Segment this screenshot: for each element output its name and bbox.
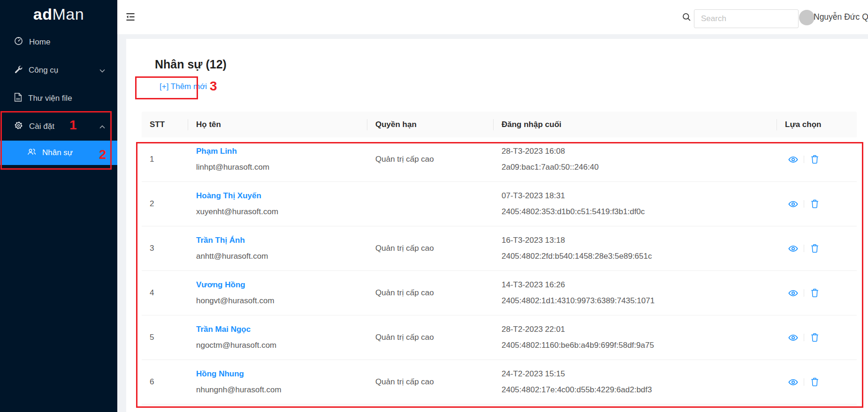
team-icon bbox=[27, 148, 36, 158]
app-logo[interactable]: adMan bbox=[0, 0, 117, 28]
page-title: Nhân sự (12) bbox=[155, 58, 227, 71]
last-login-cell: 28-T3-2023 16:08 2a09:bac1:7aa0:50::246:… bbox=[494, 145, 777, 174]
view-eye-icon[interactable] bbox=[788, 333, 798, 343]
row-actions bbox=[777, 244, 857, 254]
person-email: ngoctm@hurasoft.com bbox=[196, 339, 359, 352]
sidebar-item-home[interactable]: Home bbox=[0, 28, 117, 56]
view-eye-icon[interactable] bbox=[788, 244, 798, 254]
person-role: Quản trị cấp cao bbox=[367, 242, 494, 255]
last-login-ip: 2405:4802:353:d1b0:c51:5419:f3b1:df0c bbox=[502, 206, 769, 218]
person-email: anhtt@hurasoft.com bbox=[196, 250, 359, 262]
table-row: 1 Phạm Linh linhpt@hurasoft.com Quản trị… bbox=[142, 137, 857, 182]
content-panel: Nhân sự (12) [+] Thêm mới STT Họ tên Quy… bbox=[126, 39, 868, 412]
avatar[interactable] bbox=[799, 10, 815, 25]
sidebar-item-cong-cu[interactable]: Công cụ bbox=[0, 56, 117, 84]
delete-trash-icon[interactable] bbox=[810, 155, 820, 165]
add-new-button[interactable]: [+] Thêm mới bbox=[160, 82, 207, 91]
last-login-date: 28-T2-2023 22:01 bbox=[502, 323, 769, 336]
row-index: 6 bbox=[142, 376, 188, 388]
column-header-lua-chon: Lựa chọn bbox=[777, 112, 857, 137]
delete-trash-icon[interactable] bbox=[810, 244, 820, 254]
person-name-link[interactable]: Trần Mai Ngọc bbox=[196, 323, 359, 336]
sidebar-item-nhan-su-active[interactable]: Nhân sự bbox=[0, 141, 117, 165]
sidebar-item-thu-vien-file[interactable]: Thư viện file bbox=[0, 84, 117, 112]
person-cell: Phạm Linh linhpt@hurasoft.com bbox=[188, 145, 367, 174]
person-email: linhpt@hurasoft.com bbox=[196, 161, 359, 173]
sidebar-item-label: Thư viện file bbox=[28, 94, 72, 103]
row-actions bbox=[777, 377, 857, 387]
logo-text-bold: ad bbox=[33, 5, 53, 23]
person-name-link[interactable]: Vương Hồng bbox=[196, 279, 359, 291]
sidebar: adMan Home Công cụ Thư viện file bbox=[0, 0, 117, 412]
search-input[interactable] bbox=[694, 9, 799, 28]
person-cell: Vương Hồng hongvt@hurasoft.com bbox=[188, 279, 367, 307]
last-login-date: 07-T3-2023 18:31 bbox=[502, 190, 769, 202]
last-login-ip: 2405:4802:1160:be6b:a4b9:699f:58df:9a75 bbox=[502, 339, 769, 352]
row-index: 5 bbox=[142, 331, 188, 344]
sidebar-item-cai-dat[interactable]: Cài đặt bbox=[0, 112, 117, 141]
delete-trash-icon[interactable] bbox=[810, 333, 820, 343]
row-actions bbox=[777, 288, 857, 298]
row-actions bbox=[777, 155, 857, 165]
sidebar-item-label: Home bbox=[29, 37, 50, 47]
person-name-link[interactable]: Trần Thị Ánh bbox=[196, 234, 359, 247]
personnel-table: STT Họ tên Quyền hạn Đăng nhập cuối Lựa … bbox=[142, 112, 857, 405]
last-login-cell: 16-T3-2023 13:18 2405:4802:2fd:b540:1458… bbox=[494, 234, 777, 263]
gear-icon bbox=[14, 121, 23, 132]
person-name-link[interactable]: Hoàng Thị Xuyến bbox=[196, 190, 359, 202]
tool-icon bbox=[14, 65, 23, 76]
last-login-date: 24-T2-2023 15:15 bbox=[502, 368, 769, 380]
file-icon bbox=[14, 93, 22, 104]
row-index: 1 bbox=[142, 153, 188, 165]
table-row: 6 Hồng Nhung nhungnh@hurasoft.com Quản t… bbox=[142, 360, 857, 405]
row-index: 2 bbox=[142, 198, 188, 210]
person-cell: Hồng Nhung nhungnh@hurasoft.com bbox=[188, 368, 367, 397]
action-divider bbox=[804, 156, 804, 163]
view-eye-icon[interactable] bbox=[788, 155, 798, 165]
view-eye-icon[interactable] bbox=[788, 199, 798, 209]
sidebar-item-label: Nhân sự bbox=[42, 148, 73, 157]
action-divider bbox=[804, 334, 804, 341]
view-eye-icon[interactable] bbox=[788, 377, 798, 387]
delete-trash-icon[interactable] bbox=[810, 377, 820, 387]
last-login-cell: 28-T2-2023 22:01 2405:4802:1160:be6b:a4b… bbox=[494, 323, 777, 352]
person-name-link[interactable]: Hồng Nhung bbox=[196, 368, 359, 380]
last-login-date: 16-T3-2023 13:18 bbox=[502, 234, 769, 247]
chevron-up-icon bbox=[99, 122, 105, 131]
person-role: Quản trị cấp cao bbox=[367, 153, 494, 165]
person-name-link[interactable]: Phạm Linh bbox=[196, 145, 359, 157]
last-login-cell: 14-T3-2023 16:26 2405:4802:1d1:4310:9973… bbox=[494, 279, 777, 307]
last-login-date: 28-T3-2023 16:08 bbox=[502, 145, 769, 157]
view-eye-icon[interactable] bbox=[788, 288, 798, 298]
action-divider bbox=[804, 200, 804, 208]
table-header-row: STT Họ tên Quyền hạn Đăng nhập cuối Lựa … bbox=[142, 112, 857, 137]
search-icon[interactable] bbox=[682, 13, 691, 23]
row-actions bbox=[777, 333, 857, 343]
user-name[interactable]: Nguyễn Đức Qu bbox=[814, 0, 868, 34]
last-login-ip: 2405:4802:2fd:b540:1458:28e3:5e89:651c bbox=[502, 250, 769, 262]
column-header-dang-nhap-cuoi: Đăng nhập cuối bbox=[494, 112, 777, 137]
row-index: 4 bbox=[142, 287, 188, 299]
table-row: 2 Hoàng Thị Xuyến xuyenht@hurasoft.com 0… bbox=[142, 182, 857, 226]
person-email: xuyenht@hurasoft.com bbox=[196, 206, 359, 218]
row-index: 3 bbox=[142, 242, 188, 255]
delete-trash-icon[interactable] bbox=[810, 288, 820, 298]
person-cell: Hoàng Thị Xuyến xuyenht@hurasoft.com bbox=[188, 190, 367, 218]
last-login-cell: 24-T2-2023 15:15 2405:4802:17e:4c00:d55b… bbox=[494, 368, 777, 397]
last-login-cell: 07-T3-2023 18:31 2405:4802:353:d1b0:c51:… bbox=[494, 190, 777, 218]
last-login-date: 14-T3-2023 16:26 bbox=[502, 279, 769, 291]
topbar: Nguyễn Đức Qu bbox=[117, 0, 868, 34]
table-row: 4 Vương Hồng hongvt@hurasoft.com Quản tr… bbox=[142, 271, 857, 315]
person-cell: Trần Thị Ánh anhtt@hurasoft.com bbox=[188, 234, 367, 263]
menu-fold-icon[interactable] bbox=[125, 12, 136, 22]
person-role: Quản trị cấp cao bbox=[367, 287, 494, 299]
last-login-ip: 2405:4802:17e:4c00:d55b:4229:6ad2:bdf3 bbox=[502, 384, 769, 396]
person-email: hongvt@hurasoft.com bbox=[196, 295, 359, 307]
person-role: Quản trị cấp cao bbox=[367, 331, 494, 344]
column-header-stt: STT bbox=[142, 112, 188, 137]
logo-text-light: Man bbox=[53, 5, 84, 23]
table-row: 3 Trần Thị Ánh anhtt@hurasoft.com Quản t… bbox=[142, 226, 857, 271]
column-header-ho-ten: Họ tên bbox=[188, 112, 367, 137]
table-body: 1 Phạm Linh linhpt@hurasoft.com Quản trị… bbox=[142, 137, 857, 405]
delete-trash-icon[interactable] bbox=[810, 199, 820, 209]
